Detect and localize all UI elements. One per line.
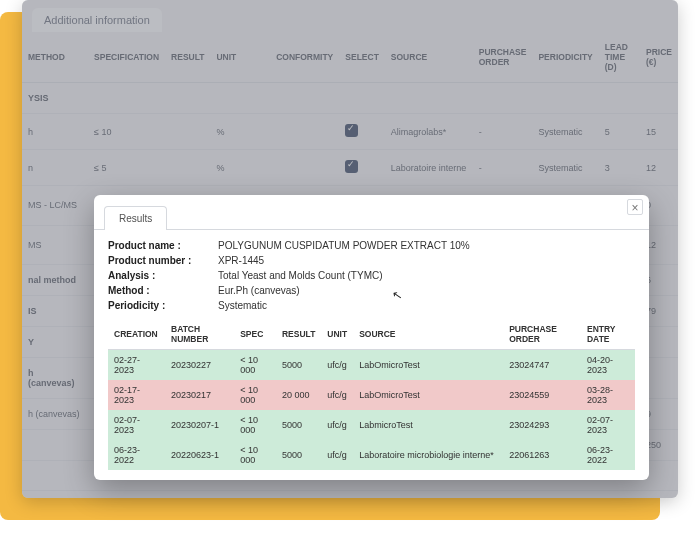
method-value: Eur.Ph (canvevas) <box>218 285 635 296</box>
result-row[interactable]: 02-07-202320230207-1< 10 0005000ufc/gLab… <box>108 410 635 440</box>
modal-meta: Product name : POLYGUNUM CUSPIDATUM POWD… <box>108 240 635 311</box>
col-source: SOURCE <box>353 319 503 350</box>
result-row[interactable]: 06-23-202220220623-1< 10 0005000ufc/gLab… <box>108 440 635 470</box>
col-po: PURCHASE ORDER <box>503 319 581 350</box>
product-name-label: Product name : <box>108 240 218 251</box>
col-creation: CREATION <box>108 319 165 350</box>
product-name-value: POLYGUNUM CUSPIDATUM POWDER EXTRACT 10% <box>218 240 635 251</box>
analysis-label: Analysis : <box>108 270 218 281</box>
periodicity-value: Systematic <box>218 300 635 311</box>
analysis-value: Total Yeast and Molds Count (TYMC) <box>218 270 635 281</box>
product-number-label: Product number : <box>108 255 218 266</box>
modal-tab-strip: Results <box>94 195 649 229</box>
result-row[interactable]: 02-17-202320230217< 10 00020 000ufc/gLab… <box>108 380 635 410</box>
col-unit: UNIT <box>321 319 353 350</box>
col-spec: SPEC <box>234 319 276 350</box>
col-entry: ENTRY DATE <box>581 319 635 350</box>
result-row[interactable]: 02-27-202320230227< 10 0005000ufc/gLabOm… <box>108 350 635 381</box>
close-icon[interactable]: × <box>627 199 643 215</box>
results-table: CREATION BATCH NUMBER SPEC RESULT UNIT S… <box>108 319 635 470</box>
col-batch: BATCH NUMBER <box>165 319 234 350</box>
periodicity-label: Periodicity : <box>108 300 218 311</box>
tab-results[interactable]: Results <box>104 206 167 230</box>
results-modal: × Results Product name : POLYGUNUM CUSPI… <box>94 195 649 480</box>
col-result: RESULT <box>276 319 321 350</box>
method-label: Method : <box>108 285 218 296</box>
product-number-value: XPR-1445 <box>218 255 635 266</box>
